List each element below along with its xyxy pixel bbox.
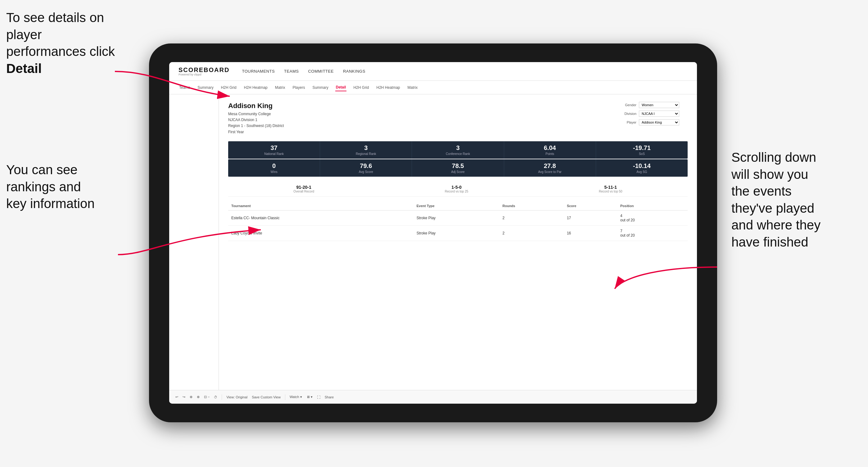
player-filters: Gender Women Division NJCAA I [619, 102, 688, 125]
undo-button[interactable]: ↩ [176, 395, 178, 399]
points-value: 6.04 [507, 145, 593, 152]
tournament-table: Tournament Event Type Rounds Score Posit… [228, 201, 688, 241]
tab-matrix[interactable]: Matrix [274, 84, 286, 91]
avg-score-label: Avg Score [322, 170, 409, 174]
stat-points: 6.04 Points [504, 141, 596, 159]
gender-label: Gender [619, 103, 637, 107]
position-1: 4 out of 20 [617, 210, 688, 225]
avg-score-value: 79.6 [322, 162, 409, 169]
stat-regional-rank: 3 Regional Rank [320, 141, 412, 159]
tab-h2h-heatmap2[interactable]: H2H Heatmap [376, 84, 400, 91]
col-score: Score [564, 201, 617, 211]
stat-national-rank: 37 National Rank [228, 141, 320, 159]
gender-select[interactable]: Women [639, 102, 679, 108]
regional-rank-value: 3 [322, 145, 409, 152]
player-region: Region 1 - Southwest (18) District [228, 123, 284, 129]
bottom-toolbar: ↩ ↪ ⊕ ⊗ ⊡ − ⏱ View: Original Save Custom… [169, 390, 697, 404]
tab-h2h-heatmap[interactable]: H2H Heatmap [243, 84, 268, 91]
fullscreen-button[interactable]: ⛶ [317, 395, 320, 399]
detail-emphasis: Detail [6, 61, 41, 76]
stat-adj-score: 78.5 Adj Score [412, 159, 504, 177]
tab-detail[interactable]: Detail [335, 84, 347, 91]
records-row: 91-20-1 Overall Record 1-5-0 Record vs t… [228, 182, 688, 196]
zoom-in-button[interactable]: ⊕ [190, 395, 192, 399]
content-area: Addison King Mesa Community College NJCA… [169, 94, 697, 390]
tablet-frame: SCOREBOARD Powered by clippd TOURNAMENTS… [149, 43, 717, 422]
gender-filter: Gender Women [619, 102, 688, 108]
event-type-2: Stroke Play [413, 225, 499, 241]
tab-teams[interactable]: Teams [179, 84, 191, 91]
stat-avg-sg: -10.14 Avg SG [596, 159, 688, 177]
wins-label: Wins [231, 170, 317, 174]
player-header: Addison King Mesa Community College NJCA… [228, 102, 688, 135]
redo-button[interactable]: ↪ [183, 395, 185, 399]
division-label: Division [619, 112, 637, 116]
stat-wins: 0 Wins [228, 159, 320, 177]
toolbar-separator-2 [285, 394, 285, 400]
timer-button[interactable]: ⏱ [214, 395, 217, 399]
annotation-bottomright: Scrolling down will show you the events … [732, 149, 862, 251]
tablet-screen: SCOREBOARD Powered by clippd TOURNAMENTS… [169, 62, 697, 404]
col-event-type: Event Type [413, 201, 499, 211]
stat-conference-rank: 3 Conference Rank [412, 141, 504, 159]
player-select[interactable]: Addison King [639, 119, 679, 125]
annotation-bottomleft: You can see rankings and key information [6, 161, 124, 212]
sos-value: -19.71 [598, 145, 685, 152]
watch-button[interactable]: Watch ▾ [290, 395, 302, 399]
tab-matrix2[interactable]: Matrix [407, 84, 418, 91]
nav-tournaments[interactable]: TOURNAMENTS [242, 69, 275, 73]
zoom-out-button[interactable]: ⊗ [197, 395, 199, 399]
nav-teams[interactable]: TEAMS [284, 69, 299, 73]
main-panel: Addison King Mesa Community College NJCA… [219, 94, 697, 390]
view-original-button[interactable]: View: Original [226, 395, 247, 399]
share-button[interactable]: Share [325, 395, 334, 399]
sub-nav: Teams Summary H2H Grid H2H Heatmap Matri… [169, 81, 697, 94]
avg-score-par-label: Avg Score to Par [507, 170, 593, 174]
tab-players[interactable]: Players [292, 84, 306, 91]
toolbar-separator-1 [222, 394, 222, 400]
display-button[interactable]: 🖥 ▾ [306, 395, 313, 399]
top50-record-value: 5-11-1 [599, 185, 622, 190]
top25-record-value: 1-5-0 [445, 185, 468, 190]
player-name: Addison King [228, 102, 284, 110]
nav-rankings[interactable]: RANKINGS [343, 69, 365, 73]
col-tournament: Tournament [228, 201, 413, 211]
col-position: Position [617, 201, 688, 211]
overall-record-value: 91-20-1 [293, 185, 314, 190]
scoreboard-logo: SCOREBOARD Powered by clippd [179, 67, 229, 76]
save-custom-view-button[interactable]: Save Custom View [252, 395, 281, 399]
record-top25: 1-5-0 Record vs top 25 [445, 185, 468, 193]
points-label: Points [507, 152, 593, 156]
score-1: 17 [564, 210, 617, 225]
zoom-controls[interactable]: ⊡ − [204, 395, 210, 399]
annotation-topleft: To see details on player performances cl… [6, 9, 124, 77]
stats-row-1: 37 National Rank 3 Regional Rank 3 Confe… [228, 141, 688, 159]
tab-h2h-grid2[interactable]: H2H Grid [353, 84, 369, 91]
tournament-name-1: Estella CC- Mountain Classic [228, 210, 413, 225]
player-label: Player [619, 121, 637, 124]
position-2: 7 out of 20 [617, 225, 688, 241]
table-row: Lady Coyote Invite Stroke Play 2 16 7 ou… [228, 225, 688, 241]
regional-rank-label: Regional Rank [322, 152, 409, 156]
logo-sub: Powered by clippd [179, 73, 229, 76]
overall-record-label: Overall Record [293, 190, 314, 193]
tournament-name-2: Lady Coyote Invite [228, 225, 413, 241]
record-top50: 5-11-1 Record vs top 50 [599, 185, 622, 193]
rounds-2: 2 [499, 225, 564, 241]
division-select[interactable]: NJCAA I [639, 111, 679, 117]
stat-sos: -19.71 SoS [596, 141, 688, 159]
player-year: First Year [228, 129, 284, 135]
player-filter: Player Addison King [619, 119, 688, 125]
nav-committee[interactable]: COMMITTEE [308, 69, 334, 73]
avg-sg-value: -10.14 [598, 162, 685, 169]
conference-rank-value: 3 [414, 145, 501, 152]
rounds-1: 2 [499, 210, 564, 225]
tab-h2h-grid[interactable]: H2H Grid [220, 84, 237, 91]
top50-record-label: Record vs top 50 [599, 190, 622, 193]
logo-title: SCOREBOARD [179, 67, 229, 73]
app-header: SCOREBOARD Powered by clippd TOURNAMENTS… [169, 62, 697, 81]
tab-summary2[interactable]: Summary [312, 84, 329, 91]
stat-avg-score-par: 27.8 Avg Score to Par [504, 159, 596, 177]
tab-summary[interactable]: Summary [197, 84, 214, 91]
sos-label: SoS [598, 152, 685, 156]
